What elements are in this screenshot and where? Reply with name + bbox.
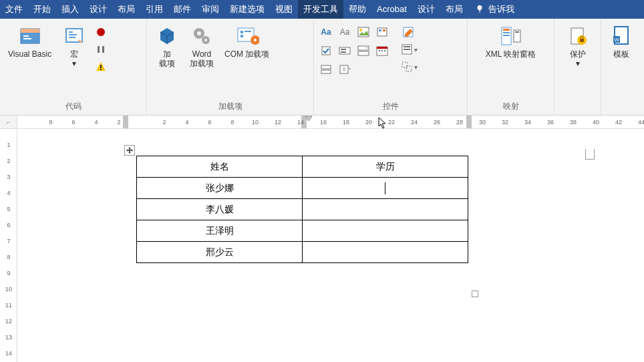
horizontal-ruler[interactable]: ⌐ 86422468101214161820222426283032343638… [0,116,644,129]
menu-table-layout[interactable]: 布局 [440,0,468,19]
svg-rect-38 [384,50,385,51]
group-button[interactable]: ▾ [399,59,418,75]
date-control[interactable] [374,43,390,59]
table-cell[interactable]: 李八媛 [137,199,303,220]
calendar-icon [376,45,388,56]
ribbon-group-addins: 加 载项 Word 加载项 [147,19,314,115]
menu-home[interactable]: 开始 [28,0,56,19]
menu-bar: 文件 开始 插入 设计 布局 引用 邮件 审阅 新建选项 视图 开发工具 帮助 … [0,0,644,19]
macros-button[interactable]: 宏▾ [58,21,90,71]
table-cell[interactable] [303,199,468,220]
rich-text-icon: Aa [321,27,331,37]
repeating-control[interactable] [318,61,334,77]
com-addins-button[interactable]: COM 加载项 [220,21,273,61]
table-cell[interactable]: 王泽明 [137,220,303,242]
svg-rect-32 [358,46,369,50]
menu-layout[interactable]: 布局 [112,0,140,19]
menu-review[interactable]: 审阅 [196,0,224,19]
building-block-control[interactable] [374,24,390,40]
dropdown-control[interactable] [355,43,371,59]
table-row[interactable]: 姓名 学历 [137,156,468,178]
svg-rect-7 [69,37,75,38]
menu-table-design[interactable]: 设计 [412,0,440,19]
tell-me-search[interactable]: 告诉我 [468,3,521,15]
document-table[interactable]: 姓名 学历 张少娜 李八媛 王泽明 邢少云 [136,156,468,263]
ribbon-group-controls: Aa Aa ▾ ▾ 控件 [314,19,468,115]
xml-mapping-button[interactable]: XML 映射窗格 [482,21,540,61]
header-cell-name[interactable]: 姓名 [137,156,303,178]
table-row[interactable]: 张少娜 [137,178,468,199]
svg-rect-41 [340,65,348,73]
table-cell[interactable]: 张少娜 [137,178,303,199]
addins-button[interactable]: 加 载项 [151,21,183,71]
ruler-tick: 34 [521,116,534,128]
ruler-tick: 24 [408,116,421,128]
table-cell[interactable] [303,242,468,263]
legacy-tools-control[interactable] [337,61,353,77]
svg-rect-18 [240,31,243,33]
menu-view[interactable]: 视图 [270,0,298,19]
rich-text-control[interactable]: Aa [318,24,334,40]
picture-control[interactable] [355,24,371,40]
menu-newtab[interactable]: 新建选项 [224,0,270,19]
combobox-icon [339,45,351,56]
table-row[interactable]: 王泽明 [137,220,468,242]
menu-design[interactable]: 设计 [84,0,112,19]
macro-security-button[interactable] [93,59,109,75]
menu-references[interactable]: 引用 [140,0,168,19]
ruler-tick: 12 [271,116,285,128]
design-mode-button[interactable] [399,24,418,40]
macros-label: 宏▾ [70,49,78,69]
svg-rect-37 [381,50,383,51]
document-container: 1234567891011121314 姓名 学历 张少娜 李八媛 王泽明 [0,129,644,362]
ribbon-group-code: Visual Basic 宏▾ [0,19,147,115]
ruler-tick: 5 [0,206,17,212]
svg-rect-29 [339,47,350,54]
protect-label: 保护▾ [570,49,586,69]
word-addins-button[interactable]: Word 加载项 [186,21,218,71]
menu-help[interactable]: 帮助 [343,0,371,19]
ruler-tick: 4 [180,116,194,128]
vertical-ruler[interactable]: 1234567891011121314 [0,129,17,362]
plain-text-control[interactable]: Aa [337,24,353,40]
ruler-tick: 14 [0,350,17,357]
menu-mail[interactable]: 邮件 [168,0,196,19]
group-label-addins: 加载项 [151,100,309,114]
margin-marker-right[interactable] [466,116,472,128]
table-cell[interactable]: 邢少云 [137,242,303,263]
pause-macro-button[interactable] [93,41,109,57]
word-addins-label: Word 加载项 [190,49,214,69]
table-cell[interactable] [303,220,468,242]
table-row[interactable]: 李八媛 [137,199,468,220]
header-cell-education[interactable]: 学历 [303,156,468,178]
svg-rect-25 [377,28,387,36]
svg-rect-6 [69,34,77,35]
menu-file[interactable]: 文件 [0,0,28,19]
protect-button[interactable]: 保护▾ [562,21,594,71]
ruler-tick: 44 [635,116,644,128]
ruler-tick: 8 [0,254,17,260]
ruler-tick: 32 [498,116,512,128]
template-button[interactable]: W 模板 [605,21,637,61]
ruler-tick [135,116,148,128]
svg-rect-19 [245,31,251,32]
record-icon [95,26,107,38]
properties-button[interactable]: ▾ [399,41,418,57]
template-label: 模板 [613,49,629,59]
record-macro-button[interactable] [93,24,109,40]
svg-rect-36 [379,50,380,51]
table-resize-handle[interactable] [472,291,478,297]
menu-acrobat[interactable]: Acrobat [371,0,412,19]
table-row[interactable]: 邢少云 [137,242,468,263]
document-page[interactable]: 姓名 学历 张少娜 李八媛 王泽明 邢少云 [17,129,644,362]
svg-point-16 [204,39,207,41]
table-cell[interactable] [303,178,468,199]
menu-developer[interactable]: 开发工具 [298,0,343,19]
table-move-handle[interactable] [124,145,135,156]
svg-point-22 [254,39,257,41]
visual-basic-icon [18,25,42,47]
menu-insert[interactable]: 插入 [56,0,84,19]
combobox-control[interactable] [337,43,353,59]
checkbox-control[interactable] [318,43,334,59]
visual-basic-button[interactable]: Visual Basic [4,21,55,61]
